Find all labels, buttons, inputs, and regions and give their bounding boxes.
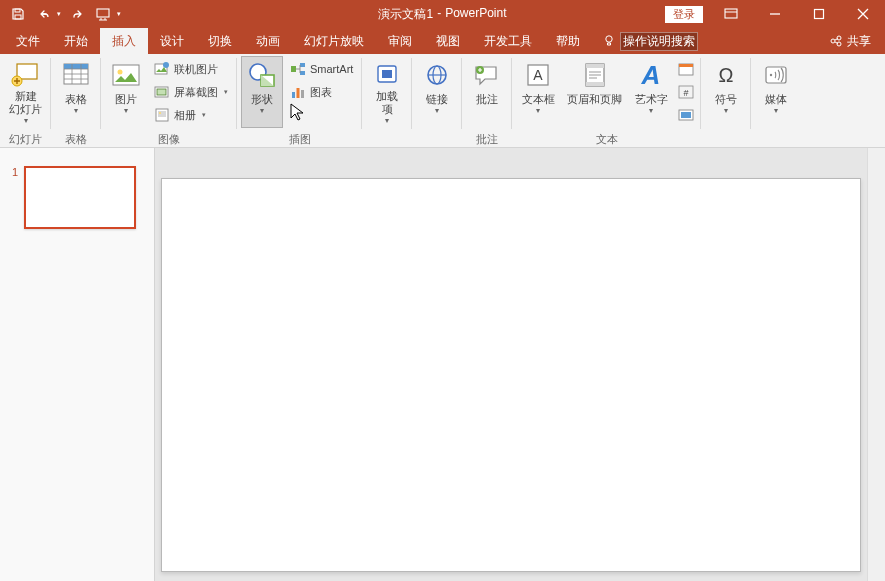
pictures-button[interactable]: 图片 ▾ <box>105 56 147 128</box>
chevron-down-icon: ▾ <box>124 106 128 115</box>
links-button[interactable]: 链接 ▾ <box>416 56 458 128</box>
tab-file[interactable]: 文件 <box>4 28 52 54</box>
thumbnail-item[interactable]: 1 <box>0 166 154 229</box>
share-button[interactable]: 共享 <box>815 28 885 54</box>
chevron-down-icon: ▾ <box>724 106 728 115</box>
chevron-down-icon: ▾ <box>74 106 78 115</box>
thumbnail-slide[interactable] <box>24 166 136 229</box>
tab-help[interactable]: 帮助 <box>544 28 592 54</box>
photo-album-label: 相册 <box>174 108 196 123</box>
tab-slideshow[interactable]: 幻灯片放映 <box>292 28 376 54</box>
shapes-button[interactable]: 形状 ▾ <box>241 56 283 128</box>
links-label: 链接 <box>426 93 448 106</box>
shapes-label: 形状 <box>251 93 273 106</box>
online-pictures-button[interactable]: 联机图片 <box>149 58 233 80</box>
comment-button[interactable]: 批注 <box>466 56 508 128</box>
tab-view[interactable]: 视图 <box>424 28 472 54</box>
svg-rect-42 <box>586 82 604 86</box>
screenshot-icon <box>154 84 170 100</box>
svg-rect-33 <box>382 70 392 78</box>
object-button[interactable] <box>675 104 697 126</box>
wordart-button[interactable]: A 艺术字 ▾ <box>629 56 673 128</box>
symbol-icon: Ω <box>710 59 742 91</box>
svg-text:A: A <box>534 67 544 83</box>
tab-transitions[interactable]: 切换 <box>196 28 244 54</box>
slide-thumbnail-pane[interactable]: 1 <box>0 148 155 581</box>
svg-point-55 <box>770 74 772 76</box>
svg-rect-41 <box>586 64 604 68</box>
screenshot-button[interactable]: 屏幕截图 ▾ <box>149 81 233 103</box>
photo-album-icon <box>154 107 170 123</box>
slide-editor-area[interactable] <box>155 148 867 581</box>
textbox-button[interactable]: A 文本框 ▾ <box>516 56 560 128</box>
tab-design[interactable]: 设计 <box>148 28 196 54</box>
slide-number-button[interactable]: # <box>675 81 697 103</box>
svg-rect-22 <box>158 111 166 117</box>
svg-point-16 <box>118 70 123 75</box>
chart-button[interactable]: 图表 <box>285 81 358 103</box>
svg-point-10 <box>837 42 841 46</box>
start-from-beginning-button[interactable] <box>92 2 116 26</box>
tab-animations[interactable]: 动画 <box>244 28 292 54</box>
maximize-button[interactable] <box>797 0 841 28</box>
svg-rect-29 <box>292 92 295 98</box>
svg-rect-0 <box>15 9 20 12</box>
chart-label: 图表 <box>310 85 332 100</box>
minimize-button[interactable] <box>753 0 797 28</box>
undo-dropdown[interactable]: ▾ <box>54 2 64 26</box>
group-illustrations: 形状 ▾ SmartArt 图表 插图 <box>237 54 362 147</box>
media-button[interactable]: 媒体 ▾ <box>755 56 797 128</box>
group-illustrations-label: 插图 <box>289 131 311 147</box>
tab-developer[interactable]: 开发工具 <box>472 28 544 54</box>
svg-text:#: # <box>684 88 689 98</box>
svg-rect-6 <box>815 10 824 19</box>
chevron-down-icon: ▾ <box>385 116 389 125</box>
photo-album-button[interactable]: 相册 ▾ <box>149 104 233 126</box>
new-slide-button[interactable]: 新建 幻灯片 ▾ <box>4 56 47 128</box>
ribbon-display-options-button[interactable] <box>709 0 753 28</box>
new-slide-label: 新建 幻灯片 <box>9 90 42 116</box>
slide-canvas[interactable] <box>161 178 861 572</box>
svg-rect-20 <box>157 89 166 95</box>
link-icon <box>421 59 453 91</box>
tab-review[interactable]: 审阅 <box>376 28 424 54</box>
app-name: PowerPoint <box>445 6 506 23</box>
svg-point-23 <box>159 112 161 114</box>
tell-me-search[interactable]: 操作说明搜索 <box>592 28 708 54</box>
undo-button[interactable] <box>32 2 56 26</box>
table-icon <box>60 59 92 91</box>
qat-customize-dropdown[interactable]: ▾ <box>114 2 124 26</box>
group-addins: 加载 项 ▾ <box>362 54 412 147</box>
tell-me-label: 操作说明搜索 <box>620 32 698 51</box>
date-time-button[interactable] <box>675 58 697 80</box>
vertical-scrollbar[interactable] <box>867 148 885 581</box>
date-icon <box>678 61 694 77</box>
group-tables: 表格 ▾ 表格 <box>51 54 101 147</box>
symbol-button[interactable]: Ω 符号 ▾ <box>705 56 747 128</box>
textbox-icon: A <box>522 59 554 91</box>
save-button[interactable] <box>6 2 30 26</box>
tab-insert[interactable]: 插入 <box>100 28 148 54</box>
tab-home[interactable]: 开始 <box>52 28 100 54</box>
chart-icon <box>290 84 306 100</box>
wordart-icon: A <box>635 59 667 91</box>
redo-button[interactable] <box>66 2 90 26</box>
chevron-down-icon: ▾ <box>774 106 778 115</box>
group-text-label: 文本 <box>596 131 618 147</box>
smartart-button[interactable]: SmartArt <box>285 58 358 80</box>
svg-rect-2 <box>97 9 109 17</box>
online-pictures-icon <box>154 61 170 77</box>
svg-rect-30 <box>297 88 300 98</box>
svg-rect-3 <box>725 9 737 18</box>
svg-rect-28 <box>300 71 305 75</box>
login-button[interactable]: 登录 <box>665 6 703 23</box>
object-icon <box>678 107 694 123</box>
header-footer-button[interactable]: 页眉和页脚 <box>562 56 627 128</box>
smartart-label: SmartArt <box>310 63 353 75</box>
table-button[interactable]: 表格 ▾ <box>55 56 97 128</box>
close-button[interactable] <box>841 0 885 28</box>
addins-button[interactable]: 加载 项 ▾ <box>366 56 408 128</box>
svg-point-18 <box>163 62 169 68</box>
doc-name: 演示文稿1 <box>378 6 433 23</box>
group-links: 链接 ▾ <box>412 54 462 147</box>
